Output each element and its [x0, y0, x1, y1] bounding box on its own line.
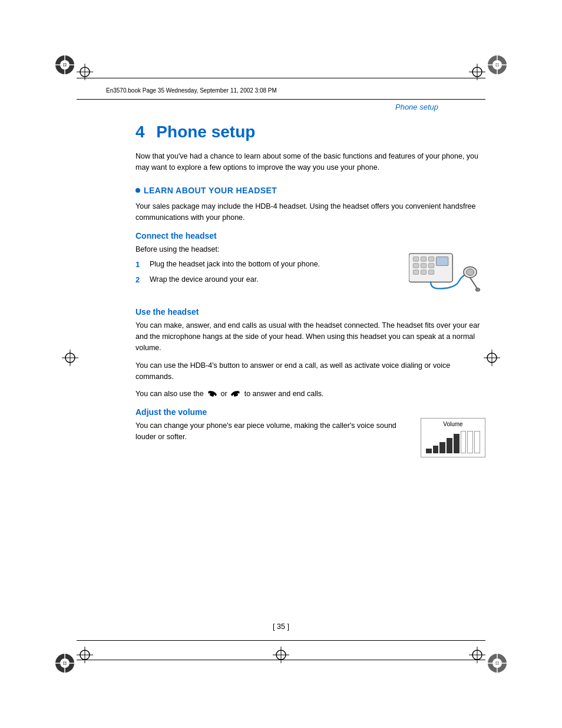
use-text-2: You can use the HDB-4's button to answer…	[135, 360, 485, 383]
svg-rect-17	[413, 256, 418, 261]
bar-empty-3	[474, 431, 480, 453]
section-header: Phone setup	[395, 103, 438, 111]
page-number: [ 35 ]	[273, 622, 289, 631]
chapter-number: 4	[135, 123, 145, 141]
svg-point-28	[467, 269, 474, 275]
reg-mark-outer-top-right	[485, 53, 509, 77]
svg-point-30	[475, 288, 480, 291]
intro-text: Now that you've had a chance to learn ab…	[135, 151, 485, 174]
connect-heading: Connect the headset	[135, 231, 485, 241]
volume-box: Volume	[421, 418, 485, 457]
end-call-icon	[207, 390, 217, 398]
connect-inner: Before using the headset: 1 Plug the hea…	[135, 244, 485, 299]
bar-3	[439, 442, 445, 453]
connect-text: Before using the headset: 1 Plug the hea…	[135, 244, 403, 290]
bar-2	[433, 446, 439, 453]
svg-rect-25	[428, 270, 434, 274]
document-page: En3570.book Page 35 Wednesday, September…	[0, 0, 562, 728]
use-text-3: You can also use the or to answer and en…	[135, 388, 485, 400]
file-info: En3570.book Page 35 Wednesday, September…	[106, 87, 277, 94]
step-number-1: 1	[135, 259, 146, 271]
bottom-line-top	[77, 640, 485, 641]
use-text-1: You can make, answer, and end calls as u…	[135, 320, 485, 354]
connect-step-1: 1 Plug the headset jack into the bottom …	[135, 259, 403, 271]
reg-mark-outer-top-left	[53, 53, 77, 77]
step-number-2: 2	[135, 274, 146, 286]
bullet-icon	[135, 188, 140, 193]
reg-mark-right-middle	[484, 350, 500, 366]
svg-rect-24	[421, 270, 426, 274]
step-text-1: Plug the headset jack into the bottom of…	[150, 259, 320, 270]
svg-rect-22	[428, 263, 434, 267]
connect-step-2: 2 Wrap the device around your ear.	[135, 274, 403, 286]
bar-1	[426, 449, 432, 453]
bar-5	[454, 434, 459, 453]
reg-mark-left-middle	[62, 350, 78, 366]
svg-rect-21	[421, 263, 426, 267]
headset-illustration	[409, 249, 485, 299]
use-heading: Use the headset	[135, 307, 485, 317]
bar-4	[447, 438, 452, 453]
bar-empty-2	[467, 431, 473, 453]
svg-rect-23	[413, 270, 418, 274]
svg-line-29	[470, 278, 477, 289]
reg-mark-outer-bottom-right	[485, 651, 509, 675]
volume-inner: You can change your phone's ear piece vo…	[135, 420, 485, 457]
reg-mark-bottom-center	[273, 647, 289, 663]
chapter-title: Phone setup	[156, 123, 255, 141]
reg-mark-outer-bottom-left	[53, 651, 77, 675]
connect-steps-list: 1 Plug the headset jack into the bottom …	[135, 259, 403, 286]
reg-mark-bottom-right	[469, 647, 485, 663]
chapter-heading: 4 Phone setup	[135, 123, 485, 141]
reg-mark-bottom-left	[77, 647, 93, 663]
answer-call-icon	[230, 390, 241, 398]
learn-heading: LEARN ABOUT YOUR HEADSET	[135, 186, 485, 195]
main-content: 4 Phone setup Now that you've had a chan…	[135, 118, 485, 634]
svg-rect-26	[436, 256, 448, 265]
use-section: Use the headset You can make, answer, an…	[135, 307, 485, 400]
header-line-top	[77, 78, 485, 78]
bar-empty-1	[461, 431, 467, 453]
connect-before: Before using the headset:	[135, 244, 403, 255]
volume-bars	[426, 430, 480, 453]
volume-chart-label: Volume	[426, 421, 480, 427]
adjust-text: You can change your phone's ear piece vo…	[135, 420, 409, 443]
adjust-heading: Adjust the volume	[135, 407, 485, 417]
volume-chart: Volume	[421, 418, 485, 457]
svg-rect-18	[421, 256, 426, 261]
step-text-2: Wrap the device around your ear.	[150, 274, 259, 285]
svg-rect-19	[428, 256, 434, 261]
adjust-section: Adjust the volume You can change your ph…	[135, 407, 485, 457]
connect-section: Connect the headset Before using the hea…	[135, 231, 485, 299]
svg-rect-20	[413, 263, 418, 267]
header-line-bottom	[77, 99, 485, 100]
learn-intro-text: Your sales package may include the HDB-4…	[135, 201, 485, 224]
